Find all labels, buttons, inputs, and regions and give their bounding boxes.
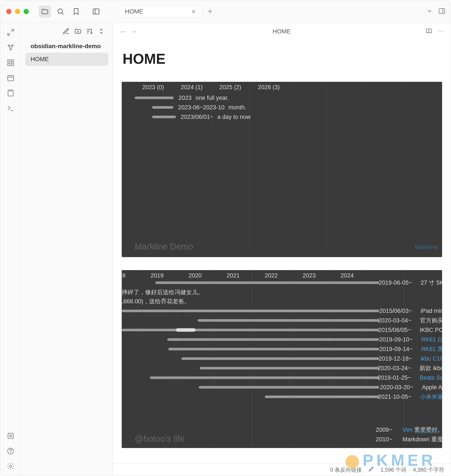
year-header: 2024 [328,272,366,279]
timeline-row-label: 2019-06-05~ 27 寸 5K [379,278,442,288]
timeline-bar [200,367,379,370]
note-text-2: ,668.00)，送给乔花老爸。 [122,297,190,305]
svg-rect-8 [8,63,10,66]
svg-point-16 [10,465,12,467]
timeline-row-label: 2010~ Markdown 重度 [376,435,442,444]
timeline-bar [150,376,379,379]
nav-back-icon[interactable]: ← [119,27,127,36]
svg-rect-7 [11,60,14,62]
svg-rect-1 [93,9,99,14]
timeline-row-label: 2015/06/03~ iPad min [379,306,442,316]
timeline-bar [155,281,379,284]
markline-brand: Markline [415,428,438,435]
search-icon[interactable] [54,6,67,18]
timeline-bar [265,395,379,398]
quick-switcher-icon[interactable] [6,28,15,37]
year-header: 2020 [176,272,214,279]
daily-note-icon[interactable] [6,74,15,82]
year-header: 2025 (2) [211,84,250,91]
timeline-row-label: 2019-01-25~ Beats So [378,373,442,382]
heading-h1: HOME [123,50,442,67]
timeline-row-label: 2015/06/05~ IKBC PO [378,325,442,335]
timeline-row-label: 2023-06~2023-10month. [178,104,246,111]
year-header: 2021 [214,272,252,279]
minimize-window-button[interactable] [15,9,20,14]
reading-view-icon[interactable] [425,27,432,36]
timeline-row-label: 2020-03-20~ Apple Ai [380,382,442,392]
close-tab-icon[interactable]: × [191,7,196,16]
timeline-bar [181,357,379,360]
timeline-row: 2023/06/01~a day to now [122,112,442,122]
page-title: HOME [140,28,423,35]
templates-icon[interactable] [6,89,15,97]
new-folder-icon[interactable] [74,28,81,36]
note-text-1: 摔碎了，修好后送给冯健女儿。 [122,288,204,296]
markline-timeline-2[interactable]: 2018201920202021202220232024 摔碎了，修好后送给冯健… [122,270,442,448]
sidebar: obsidian-markline-demo HOME [21,23,113,476]
year-header: 2024 (1) [173,84,211,91]
timeline-row-label: 2021-10-05~ 小米米家 [378,392,442,401]
tab-home[interactable]: HOME × [119,6,201,16]
ribbon [0,23,21,476]
markline-timeline-1[interactable]: 2023 (0)2024 (1)2025 (2)2026 (3) 2023one… [122,82,442,257]
timeline-bar [122,329,379,331]
svg-rect-2 [439,8,445,13]
timeline-row-label: 2019-09-14~ RK61 黑 [379,344,442,354]
timeline-row-label: 2023/06/01~a day to now [181,114,251,120]
canvas-icon[interactable] [6,58,15,67]
svg-rect-10 [8,76,13,81]
timeline-bar [199,386,379,388]
timeline-row: 2023-06~2023-10month. [122,103,442,112]
file-item-home[interactable]: HOME [25,53,108,66]
svg-rect-6 [8,60,10,62]
svg-point-3 [8,45,9,46]
timeline-bar [152,106,173,109]
new-tab-button[interactable]: + [201,6,219,16]
timeline-row-label: 2019-12-18~ ikbc C10 [379,354,442,363]
graph-icon[interactable] [6,43,15,52]
vault-icon[interactable] [6,432,15,440]
maximize-window-button[interactable] [24,9,29,14]
chevron-down-icon[interactable] [426,8,433,15]
timeline-bar [122,310,379,312]
svg-point-0 [58,9,63,13]
timeline-watermark: @hotoo's life [135,434,185,444]
more-options-icon[interactable]: ⋯ [438,27,444,36]
close-window-button[interactable] [6,9,12,14]
new-note-icon[interactable] [63,28,70,36]
settings-icon[interactable] [6,462,15,470]
collapse-icon[interactable] [98,28,105,36]
timeline-bar [168,348,379,350]
year-header: 2026 (3) [250,84,288,91]
traffic-lights [0,9,35,14]
svg-rect-11 [9,90,12,91]
help-icon[interactable] [6,447,15,455]
svg-point-4 [12,45,13,46]
main: ← → HOME ⋯ HOME 2023 (0)2024 (1)2025 (2)… [113,23,451,476]
year-header: 2022 [252,272,290,279]
svg-point-15 [10,453,11,453]
year-header: 2023 (0) [134,84,172,91]
files-icon[interactable] [39,6,51,18]
year-header: 2023 [290,272,328,279]
year-header: 2018 [122,272,138,279]
timeline-row-label: 2019-09-10~ RK61 白 [379,335,442,344]
timeline-watermark: Markline Demo [135,242,193,251]
timeline-bar [152,116,176,118]
sort-icon[interactable] [86,28,93,36]
timeline-row-label: 2020-03-04~ 官方购买 [378,316,442,325]
timeline-row: 2023one full year. [122,93,442,103]
command-icon[interactable] [6,104,15,113]
right-panel-toggle-icon[interactable] [438,7,445,16]
year-header: 2019 [138,272,176,279]
svg-point-5 [10,49,11,50]
markline-brand: Markline [415,244,438,251]
pkmer-watermark: PKMER [345,451,436,470]
bookmark-icon[interactable] [70,6,82,18]
left-panel-toggle-icon[interactable] [90,6,102,18]
nav-forward-icon[interactable]: → [130,27,138,36]
titlebar: HOME × + [0,0,451,23]
svg-rect-12 [8,433,13,438]
timeline-bar [198,319,379,322]
vault-name[interactable]: obsidian-markline-demo [21,41,113,53]
